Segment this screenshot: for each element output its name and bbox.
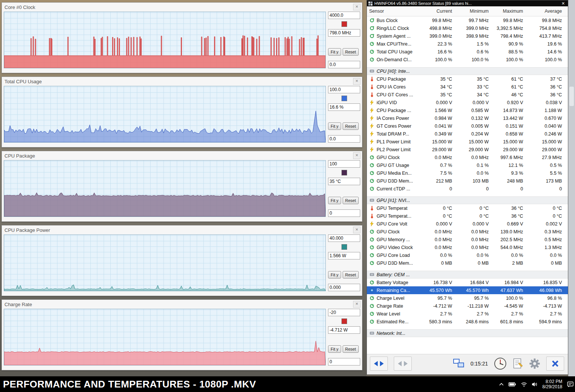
- scrollbar-thumb[interactable]: [569, 87, 574, 106]
- sensor-row[interactable]: GPU D3D Mem...212 MB103 MB248 MB173 MB: [367, 177, 568, 185]
- sensor-row[interactable]: Wear Level2.7 %2.7 %2.7 %2.7 %: [367, 310, 568, 318]
- series-color-swatch[interactable]: [341, 170, 347, 175]
- network-monitors-icon[interactable]: [453, 359, 464, 368]
- section-row[interactable]: GPU [#1]: NVI...: [367, 196, 568, 204]
- sensor-row[interactable]: CPU Package35 °C35 °C61 °C37 °C: [367, 75, 568, 83]
- panel-close-icon[interactable]: ×: [353, 301, 361, 308]
- average-value: 754.8 MHz: [523, 26, 562, 31]
- panel-close-icon[interactable]: ×: [353, 152, 361, 159]
- sensor-row[interactable]: IA Cores Power0.984 W0.132 W13.442 W0.67…: [367, 114, 568, 122]
- section-row[interactable]: CPU [#0]: Inte...: [367, 67, 568, 75]
- min-value-box[interactable]: 0.0: [328, 61, 360, 68]
- sensor-row[interactable]: Current cTDP ...0000: [367, 185, 568, 193]
- sensor-row[interactable]: PL1 Power Limit15.000 W15.000 W15.000 W1…: [367, 138, 568, 146]
- sensor-row[interactable]: Total DRAM P...0.349 W0.204 W0.658 W0.24…: [367, 130, 568, 138]
- series-color-swatch[interactable]: [341, 318, 347, 324]
- sensor-row[interactable]: GPU Core Load0.0 %0.0 %0.0 %0.0 %: [367, 251, 568, 259]
- sensor-row[interactable]: GPU Temperat...0 °C0 °C36 °C0 °C: [367, 212, 568, 220]
- sensor-row[interactable]: Bus Clock99.8 MHz99.7 MHz99.8 MHz99.8 MH…: [367, 16, 568, 24]
- sensor-row[interactable]: System Agent ...399.0 MHz398.9 MHz798.4 …: [367, 32, 568, 40]
- sensor-row[interactable]: GPU Memory ...0.0 MHz0.0 MHz202.5 MHz0.5…: [367, 236, 568, 243]
- speaker-icon[interactable]: [532, 382, 538, 387]
- network-icon[interactable]: [521, 382, 527, 387]
- window-close-icon[interactable]: ✕: [560, 1, 566, 6]
- min-value-box[interactable]: 0: [328, 358, 360, 365]
- notification-center-icon[interactable]: [567, 382, 574, 387]
- section-row[interactable]: Network: Int...: [367, 329, 568, 337]
- current-value-box[interactable]: 798.0 MHz: [328, 29, 360, 37]
- reset-button[interactable]: Reset: [343, 271, 359, 279]
- sensor-row[interactable]: Estimated Re...580.3 mins248.6 mins601.8…: [367, 318, 568, 326]
- sensor-row[interactable]: GPU Temperat0 °C0 °C36 °C0 °C: [367, 204, 568, 212]
- sensor-row[interactable]: GPU Video Clock0.0 MHz0.0 MHz544.0 MHz1.…: [367, 243, 568, 251]
- max-value-box[interactable]: 100.0: [328, 86, 360, 93]
- nav-arrows-button[interactable]: [370, 357, 388, 371]
- report-icon[interactable]: [513, 358, 523, 369]
- panel-close-icon[interactable]: ×: [353, 227, 361, 233]
- clock-icon[interactable]: [494, 357, 507, 370]
- minimum-value: 0.005 W: [452, 124, 489, 129]
- sensor-row[interactable]: GPU Media En...7.5 %0.0 %9.3 %5.5 %: [367, 169, 568, 177]
- max-value-box[interactable]: 4000.0: [328, 12, 360, 19]
- sensor-row[interactable]: Max CPU/Thre...22.3 %1.5 %90.9 %19.6 %: [367, 40, 568, 48]
- reset-button[interactable]: Reset: [343, 197, 359, 204]
- tray-clock[interactable]: 8:02 PM 8/29/2018: [542, 379, 562, 389]
- column-minimum[interactable]: Minimum: [452, 9, 489, 14]
- close-sensors-button[interactable]: [546, 357, 564, 371]
- fit-y-button[interactable]: Fit y: [328, 48, 341, 56]
- current-value-box[interactable]: 16.6 %: [328, 103, 360, 111]
- min-value-box[interactable]: 0: [328, 209, 360, 217]
- sensor-row[interactable]: GT Cores Power0.041 W0.005 W0.151 W0.040…: [367, 122, 568, 130]
- sensor-row[interactable]: GPU GT Usage0.7 %0.1 %12.1 %0.5 %: [367, 161, 568, 169]
- column-average[interactable]: Average: [523, 9, 562, 14]
- fit-y-button[interactable]: Fit y: [328, 271, 341, 279]
- sensor-row[interactable]: CPU Package ...1.566 W0.585 W14.873 W1.1…: [367, 106, 568, 114]
- sensor-row[interactable]: Remaining Ca...45.570 Wh45.570 Wh47.637 …: [367, 286, 568, 294]
- reset-button[interactable]: Reset: [343, 48, 359, 56]
- fit-y-button[interactable]: Fit y: [328, 345, 341, 353]
- tray-chevron-icon[interactable]: [499, 383, 504, 386]
- sensor-row[interactable]: Charge Rate-4.712 W-11.218 W-4.545 W-4.7…: [367, 302, 568, 310]
- min-value-box[interactable]: 0.000: [328, 284, 360, 291]
- sensor-row[interactable]: Ring/LLC Clock498.8 MHz399.0 MHz3,392.5 …: [367, 24, 568, 32]
- sensor-row[interactable]: CPU GT Cores ...35 °C34 °C46 °C36 °C: [367, 91, 568, 99]
- sensor-row[interactable]: Total CPU Usage16.6 %0.6 %88.5 %14.6 %: [367, 48, 568, 56]
- sensor-row[interactable]: CPU IA Cores34 °C33 °C61 °C36 °C: [367, 83, 568, 91]
- nav-arrows-disabled-button[interactable]: [394, 357, 412, 371]
- right-scrollbar[interactable]: [568, 0, 575, 376]
- average-value: 46.098 Wh: [523, 288, 562, 293]
- column-sensor[interactable]: Sensor: [369, 9, 418, 14]
- sensor-row[interactable]: GPU Clock0.0 MHz0.0 MHz139.0 MHz0.3 MHz: [367, 228, 568, 236]
- series-color-swatch[interactable]: [341, 21, 347, 27]
- window-titlebar[interactable]: HWiNFO64 v5.86-3480 Sensor Status [89 va…: [367, 0, 568, 6]
- maximum-value: 2 MB: [489, 261, 523, 266]
- sensor-row[interactable]: GPU Core Volt0.000 V0.000 V0.669 V0.002 …: [367, 220, 568, 228]
- series-color-swatch[interactable]: [341, 96, 347, 101]
- max-value-box[interactable]: 40.000: [328, 234, 360, 242]
- column-maximum[interactable]: Maximum: [489, 9, 523, 14]
- sensor-row[interactable]: GPU Clock0.0 MHz0.0 MHz997.6 MHz27.9 MHz: [367, 153, 568, 161]
- sensor-row[interactable]: iGPU VID0.000 V0.000 V0.920 V0.038 V: [367, 99, 568, 106]
- current-value-box[interactable]: 1.566 W: [328, 252, 360, 259]
- reset-button[interactable]: Reset: [343, 345, 359, 353]
- max-value-box[interactable]: 100: [328, 160, 360, 168]
- current-value-box[interactable]: 35 °C: [328, 178, 360, 185]
- panel-close-icon[interactable]: ×: [353, 78, 361, 85]
- max-value-box[interactable]: -20: [328, 309, 360, 316]
- section-row[interactable]: Battery: OEM ...: [367, 271, 568, 279]
- sensor-row[interactable]: GPU D3D Mem...0 MB0 MB2 MB0 MB: [367, 259, 568, 267]
- sensor-row[interactable]: On-Demand Cl...100.0 %100.0 %100.0 %100.…: [367, 56, 568, 63]
- panel-close-icon[interactable]: ×: [353, 4, 361, 10]
- sensor-row[interactable]: PL2 Power Limit29.000 W29.000 W29.000 W2…: [367, 146, 568, 153]
- reset-button[interactable]: Reset: [343, 122, 359, 130]
- fit-y-button[interactable]: Fit y: [328, 122, 341, 130]
- min-value-box[interactable]: 0.0: [328, 135, 360, 143]
- current-value-box[interactable]: -4.712 W: [328, 326, 360, 334]
- fit-y-button[interactable]: Fit y: [328, 197, 341, 204]
- settings-gear-icon[interactable]: [529, 358, 540, 369]
- sensor-row[interactable]: Charge Level95.7 %95.7 %100.0 %96.8 %: [367, 294, 568, 302]
- sensor-row[interactable]: Battery Voltage16.738 V16.684 V16.984 V1…: [367, 279, 568, 286]
- series-color-swatch[interactable]: [341, 244, 347, 250]
- battery-icon[interactable]: [508, 382, 516, 386]
- column-current[interactable]: Current: [418, 9, 452, 14]
